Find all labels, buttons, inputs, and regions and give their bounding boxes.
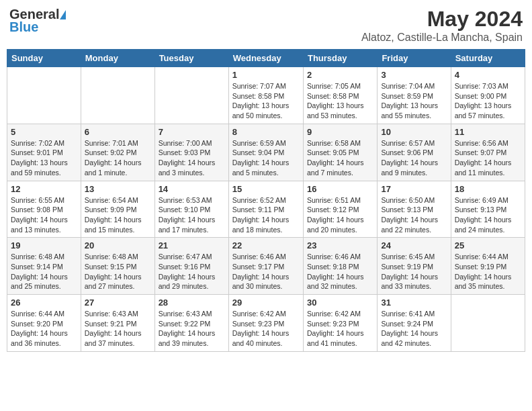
day-number: 4 xyxy=(455,70,521,80)
calendar-week-row: 12Sunrise: 6:55 AMSunset: 9:08 PMDayligh… xyxy=(7,181,525,238)
calendar-cell: 30Sunrise: 6:42 AMSunset: 9:23 PMDayligh… xyxy=(303,295,377,352)
calendar-cell xyxy=(7,67,81,124)
day-info: Sunrise: 7:02 AMSunset: 9:01 PMDaylight:… xyxy=(11,138,77,178)
calendar-cell: 9Sunrise: 6:58 AMSunset: 9:05 PMDaylight… xyxy=(303,124,377,181)
calendar-cell: 19Sunrise: 6:48 AMSunset: 9:14 PMDayligh… xyxy=(7,238,81,295)
day-info: Sunrise: 6:43 AMSunset: 9:22 PMDaylight:… xyxy=(159,309,225,349)
day-number: 12 xyxy=(11,184,77,194)
calendar-cell: 7Sunrise: 7:00 AMSunset: 9:03 PMDaylight… xyxy=(154,124,228,181)
day-number: 30 xyxy=(307,298,373,308)
day-number: 26 xyxy=(11,298,77,308)
day-number: 23 xyxy=(307,240,373,250)
calendar-cell: 5Sunrise: 7:02 AMSunset: 9:01 PMDaylight… xyxy=(7,124,81,181)
calendar-cell: 29Sunrise: 6:42 AMSunset: 9:23 PMDayligh… xyxy=(228,295,303,352)
day-number: 28 xyxy=(159,298,225,308)
calendar-cell: 4Sunrise: 7:03 AMSunset: 9:00 PMDaylight… xyxy=(451,67,525,124)
calendar-cell: 18Sunrise: 6:49 AMSunset: 9:13 PMDayligh… xyxy=(451,181,525,238)
day-number: 15 xyxy=(232,184,300,194)
day-info: Sunrise: 6:58 AMSunset: 9:05 PMDaylight:… xyxy=(307,138,373,178)
weekday-header: Friday xyxy=(378,50,451,67)
calendar-cell: 25Sunrise: 6:44 AMSunset: 9:19 PMDayligh… xyxy=(451,238,525,295)
day-info: Sunrise: 6:43 AMSunset: 9:21 PMDaylight:… xyxy=(85,309,151,349)
day-number: 20 xyxy=(85,240,151,250)
day-info: Sunrise: 7:07 AMSunset: 8:58 PMDaylight:… xyxy=(232,81,300,121)
calendar-cell xyxy=(154,67,228,124)
calendar-week-row: 1Sunrise: 7:07 AMSunset: 8:58 PMDaylight… xyxy=(7,67,525,124)
calendar-cell: 26Sunrise: 6:44 AMSunset: 9:20 PMDayligh… xyxy=(7,295,81,352)
location-title: Alatoz, Castille-La Mancha, Spain xyxy=(361,32,523,44)
weekday-header: Thursday xyxy=(303,50,377,67)
day-info: Sunrise: 7:00 AMSunset: 9:03 PMDaylight:… xyxy=(159,138,225,178)
calendar-cell: 13Sunrise: 6:54 AMSunset: 9:09 PMDayligh… xyxy=(81,181,154,238)
calendar-cell: 10Sunrise: 6:57 AMSunset: 9:06 PMDayligh… xyxy=(378,124,451,181)
day-info: Sunrise: 7:04 AMSunset: 8:59 PMDaylight:… xyxy=(381,81,447,121)
day-number: 22 xyxy=(232,240,300,250)
calendar-cell: 11Sunrise: 6:56 AMSunset: 9:07 PMDayligh… xyxy=(451,124,525,181)
calendar-cell: 31Sunrise: 6:41 AMSunset: 9:24 PMDayligh… xyxy=(378,295,451,352)
calendar-cell: 3Sunrise: 7:04 AMSunset: 8:59 PMDaylight… xyxy=(378,67,451,124)
calendar-week-row: 5Sunrise: 7:02 AMSunset: 9:01 PMDaylight… xyxy=(7,124,525,181)
day-info: Sunrise: 6:46 AMSunset: 9:18 PMDaylight:… xyxy=(307,252,373,291)
calendar-week-row: 26Sunrise: 6:44 AMSunset: 9:20 PMDayligh… xyxy=(7,295,525,352)
day-number: 17 xyxy=(381,184,447,194)
day-info: Sunrise: 6:47 AMSunset: 9:16 PMDaylight:… xyxy=(159,252,225,291)
calendar-cell xyxy=(81,67,154,124)
day-info: Sunrise: 7:05 AMSunset: 8:58 PMDaylight:… xyxy=(307,81,373,121)
day-info: Sunrise: 6:41 AMSunset: 9:24 PMDaylight:… xyxy=(381,309,447,349)
calendar-cell: 16Sunrise: 6:51 AMSunset: 9:12 PMDayligh… xyxy=(303,181,377,238)
logo: General Blue xyxy=(9,7,66,35)
title-area: May 2024 Alatoz, Castille-La Mancha, Spa… xyxy=(361,7,523,44)
day-number: 9 xyxy=(307,127,373,137)
month-title: May 2024 xyxy=(361,7,523,32)
day-number: 27 xyxy=(85,298,151,308)
day-info: Sunrise: 6:48 AMSunset: 9:15 PMDaylight:… xyxy=(85,252,151,291)
day-info: Sunrise: 6:42 AMSunset: 9:23 PMDaylight:… xyxy=(307,309,373,349)
weekday-header: Sunday xyxy=(7,50,81,67)
day-number: 18 xyxy=(455,184,521,194)
calendar-week-row: 19Sunrise: 6:48 AMSunset: 9:14 PMDayligh… xyxy=(7,238,525,295)
day-info: Sunrise: 6:50 AMSunset: 9:13 PMDaylight:… xyxy=(381,195,447,235)
calendar-cell: 24Sunrise: 6:45 AMSunset: 9:19 PMDayligh… xyxy=(378,238,451,295)
day-info: Sunrise: 6:42 AMSunset: 9:23 PMDaylight:… xyxy=(232,309,300,349)
day-info: Sunrise: 6:59 AMSunset: 9:04 PMDaylight:… xyxy=(232,138,300,178)
day-info: Sunrise: 6:52 AMSunset: 9:11 PMDaylight:… xyxy=(232,195,300,235)
calendar-cell: 2Sunrise: 7:05 AMSunset: 8:58 PMDaylight… xyxy=(303,67,377,124)
calendar-cell: 20Sunrise: 6:48 AMSunset: 9:15 PMDayligh… xyxy=(81,238,154,295)
calendar-table: SundayMondayTuesdayWednesdayThursdayFrid… xyxy=(7,49,525,352)
calendar-cell: 6Sunrise: 7:01 AMSunset: 9:02 PMDaylight… xyxy=(81,124,154,181)
day-number: 16 xyxy=(307,184,373,194)
day-number: 8 xyxy=(232,127,300,137)
day-number: 25 xyxy=(455,240,521,250)
calendar-cell: 8Sunrise: 6:59 AMSunset: 9:04 PMDaylight… xyxy=(228,124,303,181)
weekday-header: Saturday xyxy=(451,50,525,67)
day-number: 3 xyxy=(381,70,447,80)
day-number: 19 xyxy=(11,240,77,250)
day-number: 31 xyxy=(381,298,447,308)
day-number: 24 xyxy=(381,240,447,250)
day-number: 14 xyxy=(159,184,225,194)
calendar-cell: 1Sunrise: 7:07 AMSunset: 8:58 PMDaylight… xyxy=(228,67,303,124)
calendar-cell: 17Sunrise: 6:50 AMSunset: 9:13 PMDayligh… xyxy=(378,181,451,238)
day-info: Sunrise: 6:56 AMSunset: 9:07 PMDaylight:… xyxy=(455,138,521,178)
calendar-cell xyxy=(451,295,525,352)
day-info: Sunrise: 7:03 AMSunset: 9:00 PMDaylight:… xyxy=(455,81,521,121)
day-info: Sunrise: 6:53 AMSunset: 9:10 PMDaylight:… xyxy=(159,195,225,235)
calendar-header-row: SundayMondayTuesdayWednesdayThursdayFrid… xyxy=(7,50,525,67)
day-number: 11 xyxy=(455,127,521,137)
weekday-header: Tuesday xyxy=(154,50,228,67)
day-number: 21 xyxy=(159,240,225,250)
day-info: Sunrise: 6:45 AMSunset: 9:19 PMDaylight:… xyxy=(381,252,447,291)
day-info: Sunrise: 7:01 AMSunset: 9:02 PMDaylight:… xyxy=(85,138,151,178)
day-info: Sunrise: 6:44 AMSunset: 9:19 PMDaylight:… xyxy=(455,252,521,291)
day-number: 29 xyxy=(232,298,300,308)
day-number: 1 xyxy=(232,70,300,80)
day-info: Sunrise: 6:55 AMSunset: 9:08 PMDaylight:… xyxy=(11,195,77,235)
calendar-cell: 12Sunrise: 6:55 AMSunset: 9:08 PMDayligh… xyxy=(7,181,81,238)
day-number: 7 xyxy=(159,127,225,137)
calendar-cell: 14Sunrise: 6:53 AMSunset: 9:10 PMDayligh… xyxy=(154,181,228,238)
day-info: Sunrise: 6:51 AMSunset: 9:12 PMDaylight:… xyxy=(307,195,373,235)
day-info: Sunrise: 6:46 AMSunset: 9:17 PMDaylight:… xyxy=(232,252,300,291)
day-info: Sunrise: 6:49 AMSunset: 9:13 PMDaylight:… xyxy=(455,195,521,235)
day-info: Sunrise: 6:54 AMSunset: 9:09 PMDaylight:… xyxy=(85,195,151,235)
calendar-cell: 27Sunrise: 6:43 AMSunset: 9:21 PMDayligh… xyxy=(81,295,154,352)
